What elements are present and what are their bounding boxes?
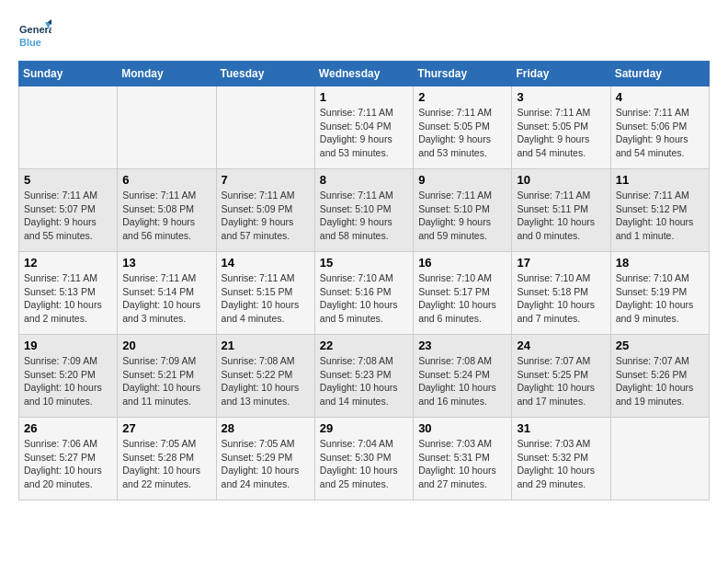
day-info: Sunrise: 7:11 AMSunset: 5:15 PMDaylight:… bbox=[222, 271, 310, 326]
day-info: Sunrise: 7:08 AMSunset: 5:22 PMDaylight:… bbox=[222, 354, 310, 408]
day-number: 19 bbox=[24, 339, 112, 352]
day-info: Sunrise: 7:11 AMSunset: 5:14 PMDaylight:… bbox=[122, 271, 210, 326]
cell-w5-d4: 30Sunrise: 7:03 AMSunset: 5:31 PMDayligh… bbox=[414, 418, 512, 500]
day-number: 16 bbox=[418, 256, 506, 270]
cell-w2-d3: 8Sunrise: 7:11 AMSunset: 5:10 PMDaylight… bbox=[314, 169, 413, 252]
cell-w4-d0: 19Sunrise: 7:09 AMSunset: 5:20 PMDayligh… bbox=[19, 335, 118, 418]
day-number: 29 bbox=[320, 421, 408, 435]
day-number: 20 bbox=[122, 339, 210, 352]
cell-w2-d6: 11Sunrise: 7:11 AMSunset: 5:12 PMDayligh… bbox=[610, 169, 709, 252]
day-number: 5 bbox=[24, 173, 112, 187]
cell-w3-d4: 16Sunrise: 7:10 AMSunset: 5:17 PMDayligh… bbox=[414, 252, 512, 335]
cell-w1-d2 bbox=[216, 86, 314, 169]
day-number: 30 bbox=[418, 421, 506, 435]
day-number: 18 bbox=[616, 256, 704, 270]
week-row-3: 12Sunrise: 7:11 AMSunset: 5:13 PMDayligh… bbox=[19, 252, 710, 335]
day-info: Sunrise: 7:03 AMSunset: 5:32 PMDaylight:… bbox=[517, 437, 605, 491]
cell-w5-d1: 27Sunrise: 7:05 AMSunset: 5:28 PMDayligh… bbox=[118, 418, 216, 500]
day-number: 12 bbox=[24, 256, 112, 270]
day-info: Sunrise: 7:08 AMSunset: 5:24 PMDaylight:… bbox=[418, 354, 506, 408]
cell-w5-d0: 26Sunrise: 7:06 AMSunset: 5:27 PMDayligh… bbox=[19, 418, 118, 500]
day-info: Sunrise: 7:09 AMSunset: 5:21 PMDaylight:… bbox=[122, 354, 210, 408]
calendar-body: 1Sunrise: 7:11 AMSunset: 5:04 PMDaylight… bbox=[19, 86, 710, 500]
day-info: Sunrise: 7:05 AMSunset: 5:28 PMDaylight:… bbox=[122, 437, 210, 491]
day-info: Sunrise: 7:09 AMSunset: 5:20 PMDaylight:… bbox=[24, 354, 112, 408]
cell-w5-d3: 29Sunrise: 7:04 AMSunset: 5:30 PMDayligh… bbox=[314, 418, 413, 500]
cell-w2-d0: 5Sunrise: 7:11 AMSunset: 5:07 PMDaylight… bbox=[19, 169, 118, 252]
header-thursday: Thursday bbox=[414, 62, 512, 86]
day-number: 23 bbox=[418, 339, 506, 352]
cell-w1-d4: 2Sunrise: 7:11 AMSunset: 5:05 PMDaylight… bbox=[414, 86, 512, 169]
cell-w5-d5: 31Sunrise: 7:03 AMSunset: 5:32 PMDayligh… bbox=[512, 418, 610, 500]
cell-w3-d5: 17Sunrise: 7:10 AMSunset: 5:18 PMDayligh… bbox=[512, 252, 610, 335]
day-info: Sunrise: 7:04 AMSunset: 5:30 PMDaylight:… bbox=[320, 437, 408, 491]
calendar-table: SundayMondayTuesdayWednesdayThursdayFrid… bbox=[18, 61, 710, 500]
header-sunday: Sunday bbox=[19, 62, 118, 86]
day-number: 3 bbox=[517, 90, 605, 104]
header-monday: Monday bbox=[118, 62, 216, 86]
day-number: 6 bbox=[122, 173, 210, 187]
week-row-2: 5Sunrise: 7:11 AMSunset: 5:07 PMDaylight… bbox=[19, 169, 710, 252]
day-number: 11 bbox=[616, 173, 704, 187]
day-number: 28 bbox=[222, 421, 310, 435]
day-info: Sunrise: 7:11 AMSunset: 5:13 PMDaylight:… bbox=[24, 271, 112, 326]
day-info: Sunrise: 7:11 AMSunset: 5:10 PMDaylight:… bbox=[320, 189, 408, 243]
cell-w2-d1: 6Sunrise: 7:11 AMSunset: 5:08 PMDaylight… bbox=[118, 169, 216, 252]
cell-w4-d6: 25Sunrise: 7:07 AMSunset: 5:26 PMDayligh… bbox=[610, 335, 709, 418]
week-row-5: 26Sunrise: 7:06 AMSunset: 5:27 PMDayligh… bbox=[19, 418, 710, 500]
week-row-1: 1Sunrise: 7:11 AMSunset: 5:04 PMDaylight… bbox=[19, 86, 710, 169]
day-info: Sunrise: 7:11 AMSunset: 5:07 PMDaylight:… bbox=[24, 189, 112, 243]
cell-w1-d1 bbox=[118, 86, 216, 169]
cell-w4-d3: 22Sunrise: 7:08 AMSunset: 5:23 PMDayligh… bbox=[314, 335, 413, 418]
day-info: Sunrise: 7:11 AMSunset: 5:05 PMDaylight:… bbox=[517, 106, 605, 160]
header-wednesday: Wednesday bbox=[314, 62, 413, 86]
day-info: Sunrise: 7:11 AMSunset: 5:10 PMDaylight:… bbox=[418, 189, 506, 243]
logo-svg: General Blue bbox=[18, 18, 51, 52]
svg-text:Blue: Blue bbox=[19, 37, 41, 48]
cell-w5-d6 bbox=[610, 418, 709, 500]
cell-w4-d4: 23Sunrise: 7:08 AMSunset: 5:24 PMDayligh… bbox=[414, 335, 512, 418]
day-number: 4 bbox=[616, 90, 704, 104]
cell-w2-d4: 9Sunrise: 7:11 AMSunset: 5:10 PMDaylight… bbox=[414, 169, 512, 252]
day-info: Sunrise: 7:10 AMSunset: 5:19 PMDaylight:… bbox=[616, 271, 704, 326]
header-friday: Friday bbox=[512, 62, 610, 86]
day-info: Sunrise: 7:11 AMSunset: 5:04 PMDaylight:… bbox=[320, 106, 408, 160]
cell-w4-d1: 20Sunrise: 7:09 AMSunset: 5:21 PMDayligh… bbox=[118, 335, 216, 418]
day-info: Sunrise: 7:03 AMSunset: 5:31 PMDaylight:… bbox=[418, 437, 506, 491]
day-info: Sunrise: 7:11 AMSunset: 5:08 PMDaylight:… bbox=[122, 189, 210, 243]
header-row: SundayMondayTuesdayWednesdayThursdayFrid… bbox=[19, 62, 710, 86]
cell-w3-d3: 15Sunrise: 7:10 AMSunset: 5:16 PMDayligh… bbox=[314, 252, 413, 335]
day-info: Sunrise: 7:11 AMSunset: 5:05 PMDaylight:… bbox=[418, 106, 506, 160]
cell-w2-d5: 10Sunrise: 7:11 AMSunset: 5:11 PMDayligh… bbox=[512, 169, 610, 252]
svg-text:General: General bbox=[19, 24, 51, 35]
cell-w1-d3: 1Sunrise: 7:11 AMSunset: 5:04 PMDaylight… bbox=[314, 86, 413, 169]
day-info: Sunrise: 7:08 AMSunset: 5:23 PMDaylight:… bbox=[320, 354, 408, 408]
cell-w5-d2: 28Sunrise: 7:05 AMSunset: 5:29 PMDayligh… bbox=[216, 418, 314, 500]
day-number: 9 bbox=[418, 173, 506, 187]
cell-w3-d2: 14Sunrise: 7:11 AMSunset: 5:15 PMDayligh… bbox=[216, 252, 314, 335]
header: General Blue bbox=[18, 18, 710, 52]
cell-w3-d6: 18Sunrise: 7:10 AMSunset: 5:19 PMDayligh… bbox=[610, 252, 709, 335]
day-number: 1 bbox=[320, 90, 408, 104]
day-info: Sunrise: 7:06 AMSunset: 5:27 PMDaylight:… bbox=[24, 437, 112, 491]
cell-w4-d5: 24Sunrise: 7:07 AMSunset: 5:25 PMDayligh… bbox=[512, 335, 610, 418]
day-info: Sunrise: 7:07 AMSunset: 5:25 PMDaylight:… bbox=[517, 354, 605, 408]
day-info: Sunrise: 7:10 AMSunset: 5:16 PMDaylight:… bbox=[320, 271, 408, 326]
cell-w1-d5: 3Sunrise: 7:11 AMSunset: 5:05 PMDaylight… bbox=[512, 86, 610, 169]
day-number: 17 bbox=[517, 256, 605, 270]
day-number: 2 bbox=[418, 90, 506, 104]
header-tuesday: Tuesday bbox=[216, 62, 314, 86]
cell-w2-d2: 7Sunrise: 7:11 AMSunset: 5:09 PMDaylight… bbox=[216, 169, 314, 252]
day-info: Sunrise: 7:11 AMSunset: 5:12 PMDaylight:… bbox=[616, 189, 704, 243]
day-number: 25 bbox=[616, 339, 704, 352]
day-info: Sunrise: 7:05 AMSunset: 5:29 PMDaylight:… bbox=[222, 437, 310, 491]
day-number: 22 bbox=[320, 339, 408, 352]
day-number: 24 bbox=[517, 339, 605, 352]
day-number: 21 bbox=[222, 339, 310, 352]
day-number: 26 bbox=[24, 421, 112, 435]
cell-w1-d6: 4Sunrise: 7:11 AMSunset: 5:06 PMDaylight… bbox=[610, 86, 709, 169]
day-number: 27 bbox=[122, 421, 210, 435]
day-number: 31 bbox=[517, 421, 605, 435]
day-info: Sunrise: 7:11 AMSunset: 5:11 PMDaylight:… bbox=[517, 189, 605, 243]
cell-w1-d0 bbox=[19, 86, 118, 169]
